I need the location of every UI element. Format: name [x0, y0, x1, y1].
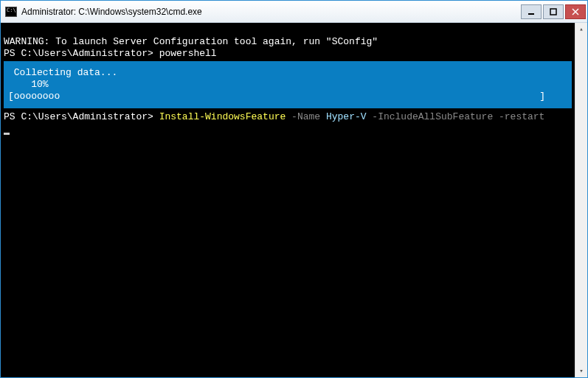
- vertical-scrollbar[interactable]: ▴ ▾: [575, 23, 587, 377]
- progress-panel: Collecting data... 10% [oooooooo]: [4, 61, 572, 108]
- svg-rect-0: [528, 13, 534, 15]
- param-includeall: -IncludeAllSubFeature: [372, 111, 493, 122]
- param-restart: -restart: [499, 111, 544, 122]
- title-bar[interactable]: Administrator: C:\Windows\system32\cmd.e…: [1, 1, 587, 23]
- window-controls: [521, 4, 586, 19]
- progress-bar-open: [: [8, 91, 14, 102]
- cursor: [4, 133, 10, 135]
- chevron-down-icon: ▾: [579, 367, 583, 375]
- cmd-icon: [5, 7, 17, 17]
- client-area: WARNING: To launch Server Configuration …: [1, 23, 587, 377]
- scroll-up-button[interactable]: ▴: [575, 23, 587, 35]
- maximize-button[interactable]: [543, 4, 564, 19]
- maximize-icon: [550, 8, 557, 15]
- terminal-output[interactable]: WARNING: To launch Server Configuration …: [1, 23, 575, 377]
- progress-bar-close: ]: [539, 91, 567, 102]
- command-1: powershell: [159, 48, 217, 59]
- ps-prompt-2: PS C:\Users\Administrator>: [4, 111, 153, 122]
- progress-bar-fill: oooooooo: [14, 91, 60, 102]
- progress-percent: 10%: [31, 79, 48, 90]
- chevron-up-icon: ▴: [579, 25, 583, 33]
- close-icon: [572, 8, 579, 15]
- minimize-icon: [528, 8, 535, 15]
- cmdlet-token: Install-WindowsFeature: [159, 111, 286, 122]
- scroll-down-button[interactable]: ▾: [575, 365, 587, 377]
- close-button[interactable]: [565, 4, 586, 19]
- param-name: -Name: [291, 111, 320, 122]
- scroll-track[interactable]: [575, 35, 587, 365]
- window-title: Administrator: C:\Windows\system32\cmd.e…: [21, 7, 521, 17]
- arg-hyperv: Hyper-V: [326, 111, 367, 122]
- ps-prompt-1: PS C:\Users\Administrator>: [4, 48, 153, 59]
- minimize-button[interactable]: [521, 4, 542, 19]
- warning-line: WARNING: To launch Server Configuration …: [4, 36, 378, 47]
- svg-rect-1: [550, 9, 556, 15]
- progress-title: Collecting data...: [14, 67, 117, 78]
